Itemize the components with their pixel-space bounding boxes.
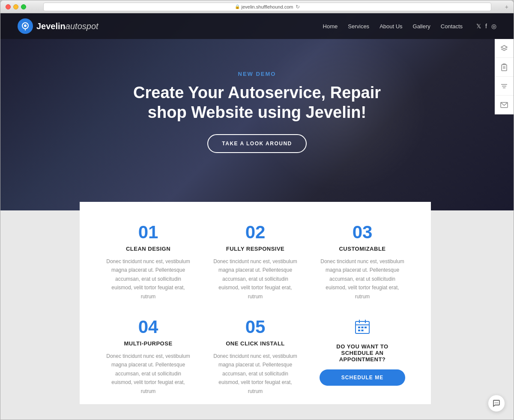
feature-item-5: 05 ONE CLICK INSTALL Donec tincidunt nun… [208,318,302,396]
feature-desc-5: Donec tincidunt nunc est, vestibulum mag… [212,352,298,396]
website-content: Jevelinautospot Home Services About Us G… [0,13,514,420]
logo[interactable]: Jevelinautospot [18,18,99,34]
svg-rect-4 [502,65,507,71]
twitter-icon[interactable]: 𝕏 [476,23,481,30]
feature-title-1: CLEAN DESIGN [105,246,191,252]
sidebar-mail-icon[interactable] [495,96,514,114]
close-button[interactable] [6,4,11,9]
feature-desc-3: Donec tincidunt nunc est, vestibulum mag… [320,257,405,301]
feature-number-1: 01 [105,223,191,241]
feature-number-5: 05 [212,318,298,336]
nav-links: Home Services About Us Gallery Contacts … [323,23,496,30]
address-bar[interactable]: 🔒 jevelin.shufflehound.com ↻ [43,3,491,11]
feature-item-3: 03 CUSTOMIZABLE Donec tincidunt nunc est… [315,223,409,301]
feature-title-3: CUSTOMIZABLE [320,246,405,252]
browser-dots [6,4,26,9]
feature-desc-4: Donec tincidunt nunc est, vestibulum mag… [105,352,191,396]
hero-content: NEW DEMO Create Your Autoservice, Repair… [128,71,386,153]
sidebar-filter-icon[interactable] [495,77,514,96]
features-grid: 01 CLEAN DESIGN Donec tincidunt nunc est… [101,223,409,396]
feature-item-2: 02 FULLY RESPONSIVE Donec tincidunt nunc… [208,223,302,301]
sidebar-layers-icon[interactable] [495,39,514,58]
feature-number-4: 04 [105,318,191,336]
sidebar-clipboard-icon[interactable] [495,58,514,77]
cta-item: DO YOU WANT TO SCHEDULE AN APPOINTMENT? … [315,318,409,396]
feature-number-3: 03 [320,223,405,241]
nav-services[interactable]: Services [348,23,369,30]
svg-point-22 [497,402,498,403]
maximize-button[interactable] [21,4,26,9]
nav-contacts[interactable]: Contacts [441,23,463,30]
svg-rect-19 [362,330,364,331]
svg-point-20 [495,402,496,403]
refresh-icon[interactable]: ↻ [296,4,300,10]
browser-titlebar: 🔒 jevelin.shufflehound.com ↻ + [0,0,514,13]
feature-title-4: MULTI-PURPOSE [105,340,191,347]
new-tab-icon[interactable]: + [505,3,508,10]
url-text: jevelin.shufflehound.com [242,4,293,9]
browser-window: 🔒 jevelin.shufflehound.com ↻ + Jevelinau… [0,0,514,420]
feature-item-4: 04 MULTI-PURPOSE Donec tincidunt nunc es… [101,318,195,396]
nav-about[interactable]: About Us [380,23,402,30]
feature-desc-1: Donec tincidunt nunc est, vestibulum mag… [105,257,191,301]
hero-title: Create Your Autoservice, Repair shop Web… [128,83,386,122]
hero-tag: NEW DEMO [128,71,386,77]
svg-rect-18 [358,330,360,331]
sidebar-icons [495,39,514,114]
chat-bubble-button[interactable] [488,395,505,412]
logo-text: Jevelinautospot [36,21,99,31]
svg-point-1 [24,24,27,27]
facebook-icon[interactable]: f [485,23,487,30]
instagram-icon[interactable]: ◎ [491,23,496,30]
svg-rect-15 [358,327,360,328]
svg-rect-16 [362,327,364,328]
nav-gallery[interactable]: Gallery [413,23,430,30]
minimize-button[interactable] [13,4,18,9]
svg-rect-17 [365,327,367,328]
calendar-icon [320,318,405,339]
feature-desc-2: Donec tincidunt nunc est, vestibulum mag… [212,257,298,301]
feature-title-5: ONE CLICK INSTALL [212,340,298,347]
lock-icon: 🔒 [235,4,240,9]
feature-title-2: FULLY RESPONSIVE [212,246,298,252]
svg-marker-3 [501,45,507,49]
social-links: 𝕏 f ◎ [476,23,496,30]
nav-home[interactable]: Home [323,23,338,30]
feature-number-2: 02 [212,223,298,241]
logo-icon [18,18,33,34]
hero-cta-button[interactable]: TAKE A LOOK AROUND [207,134,306,153]
features-section: 01 CLEAN DESIGN Donec tincidunt nunc est… [80,202,431,404]
cta-title: DO YOU WANT TO SCHEDULE AN APPOINTMENT? [320,343,405,363]
schedule-button[interactable]: SCHEDULE ME [320,369,405,386]
feature-item-1: 01 CLEAN DESIGN Donec tincidunt nunc est… [101,223,195,301]
hero-section: NEW DEMO Create Your Autoservice, Repair… [0,13,514,210]
svg-point-21 [496,402,497,403]
navbar: Jevelinautospot Home Services About Us G… [0,13,514,39]
